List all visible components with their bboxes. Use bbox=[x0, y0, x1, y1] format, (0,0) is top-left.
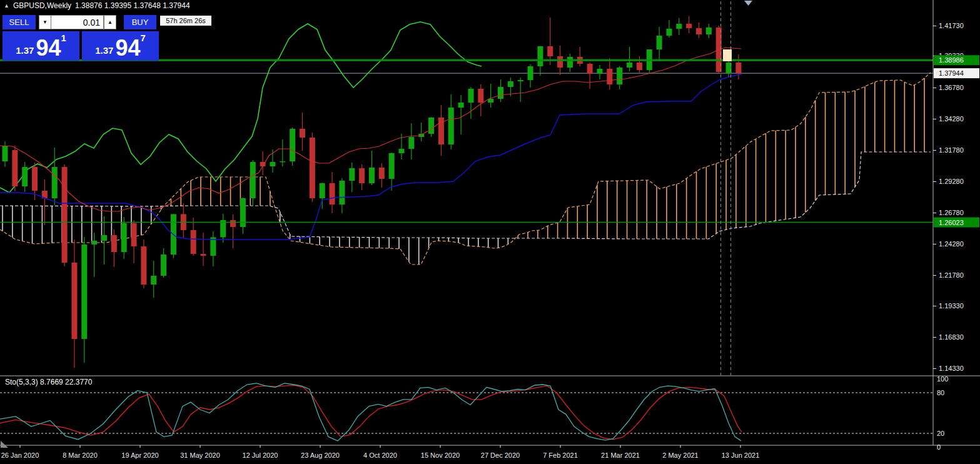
candle-body bbox=[657, 36, 662, 49]
candle-body bbox=[71, 263, 77, 339]
candle-body bbox=[676, 24, 682, 29]
candle-body bbox=[210, 237, 216, 256]
chevron-down-icon: ▼ bbox=[43, 19, 48, 25]
buy-price-sup: 7 bbox=[140, 33, 145, 43]
candle-body bbox=[131, 223, 137, 246]
candle-body bbox=[62, 167, 68, 263]
price-tick-label: 1.29280 bbox=[939, 178, 964, 185]
candle-body bbox=[587, 64, 593, 74]
sell-button[interactable]: SELL bbox=[3, 15, 36, 29]
candle-body bbox=[300, 129, 305, 138]
candle-body bbox=[339, 181, 345, 204]
candle-body bbox=[230, 220, 236, 227]
candle-body bbox=[141, 246, 146, 285]
highlight-box bbox=[723, 49, 732, 61]
stochastic-indicator-label: Sto(5,3,3) 8.7669 22.3770 bbox=[5, 378, 92, 386]
volume-input[interactable]: 0.01 bbox=[51, 15, 104, 29]
sell-price-sup: 1 bbox=[61, 33, 66, 43]
date-tick-label: 7 Feb 2021 bbox=[543, 451, 578, 459]
price-badge-label: 1.38986 bbox=[939, 56, 964, 64]
date-tick-label: 2 May 2021 bbox=[662, 451, 698, 459]
date-tick-label: 31 May 2020 bbox=[180, 451, 220, 459]
date-tick-label: 21 Mar 2021 bbox=[601, 451, 640, 459]
sell-price-button[interactable]: 1.37 94 1 bbox=[3, 31, 79, 61]
sto-scale-label: 100 bbox=[937, 375, 948, 383]
candle-body bbox=[280, 161, 285, 162]
candle-body bbox=[399, 149, 405, 153]
date-tick-label: 27 Dec 2020 bbox=[481, 451, 520, 459]
date-tick-label: 13 Jun 2021 bbox=[722, 451, 760, 459]
candle-body bbox=[111, 235, 117, 252]
price-tick-label: 1.21780 bbox=[939, 271, 964, 279]
candle-body bbox=[735, 63, 741, 73]
date-tick-label: 4 Oct 2020 bbox=[363, 451, 397, 459]
price-tick-label: 1.31780 bbox=[939, 146, 964, 154]
volume-decrease-button[interactable]: ▼ bbox=[39, 15, 51, 29]
collapse-panel-icon[interactable]: ▲ bbox=[4, 3, 9, 9]
candle-body bbox=[508, 81, 513, 87]
candle-body bbox=[359, 168, 365, 183]
date-tick-label: 12 Jul 2020 bbox=[243, 451, 278, 459]
candle-countdown-timer: 57h 26m 26s bbox=[160, 16, 211, 26]
candle-body bbox=[518, 80, 523, 81]
buy-price-main: 94 bbox=[115, 39, 140, 58]
price-tick-label: 1.16830 bbox=[939, 333, 964, 341]
candle-body bbox=[448, 108, 454, 144]
date-tick-label: 19 Apr 2020 bbox=[121, 451, 158, 459]
symbol-period-label: GBPUSD,Weekly bbox=[13, 1, 71, 10]
candle-body bbox=[310, 138, 315, 198]
candle-body bbox=[696, 28, 702, 34]
candle-body bbox=[617, 68, 622, 84]
sell-price-main: 94 bbox=[36, 39, 61, 58]
candle-body bbox=[607, 69, 612, 84]
date-tick-label: 26 Jan 2020 bbox=[1, 451, 39, 459]
price-tick-label: 1.24280 bbox=[939, 240, 964, 248]
candle-body bbox=[528, 66, 533, 80]
price-tick-label: 1.34280 bbox=[939, 115, 964, 123]
price-tick-label: 1.26780 bbox=[939, 209, 964, 216]
buy-price-int: 1.37 bbox=[95, 45, 113, 56]
candle-body bbox=[290, 129, 295, 161]
candle-body bbox=[121, 223, 127, 252]
buy-button[interactable]: BUY bbox=[124, 15, 156, 29]
candle-body bbox=[330, 183, 335, 204]
candle-body bbox=[498, 87, 503, 99]
candle-body bbox=[161, 255, 166, 276]
price-tick-label: 1.36780 bbox=[939, 84, 964, 91]
candle-body bbox=[637, 63, 642, 70]
buy-price-button[interactable]: 1.37 94 7 bbox=[82, 31, 159, 61]
date-tick-label: 23 Aug 2020 bbox=[301, 451, 340, 459]
candle-body bbox=[270, 162, 275, 166]
candle-body bbox=[627, 63, 632, 68]
candle-body bbox=[567, 57, 573, 68]
chevron-up-icon: ▲ bbox=[108, 19, 113, 25]
candle-body bbox=[52, 167, 58, 198]
candle-body bbox=[537, 46, 543, 66]
price-tick-label: 1.14330 bbox=[939, 365, 964, 372]
sto-scale-label: 20 bbox=[937, 430, 944, 437]
candle-body bbox=[379, 168, 385, 179]
trading-terminal: 1.417301.393301.367801.342801.317801.292… bbox=[0, 0, 980, 464]
volume-increase-button[interactable]: ▲ bbox=[104, 15, 116, 29]
date-tick-label: 8 Mar 2020 bbox=[63, 451, 98, 459]
sto-scale-label: 0 bbox=[937, 443, 941, 451]
candle-body bbox=[557, 56, 563, 68]
candle-body bbox=[201, 254, 206, 256]
candle-body bbox=[3, 146, 8, 161]
sto-scale-label: 80 bbox=[937, 389, 944, 396]
candle-body bbox=[686, 24, 692, 28]
candle-body bbox=[389, 153, 395, 179]
candle-body bbox=[32, 167, 38, 191]
sell-price-int: 1.37 bbox=[16, 45, 34, 56]
candle-body bbox=[151, 276, 156, 285]
candle-body bbox=[191, 230, 196, 254]
date-tick-label: 15 Nov 2020 bbox=[421, 451, 460, 459]
price-tick-label: 1.41730 bbox=[939, 22, 964, 29]
candle-body bbox=[428, 118, 434, 134]
candle-body bbox=[22, 167, 28, 186]
price-tick-label: 1.19330 bbox=[939, 302, 964, 310]
price-chart[interactable]: 1.417301.393301.367801.342801.317801.292… bbox=[0, 0, 980, 464]
price-badge-label: 1.37944 bbox=[939, 69, 964, 77]
candle-body bbox=[547, 46, 553, 56]
candle-body bbox=[458, 103, 464, 108]
